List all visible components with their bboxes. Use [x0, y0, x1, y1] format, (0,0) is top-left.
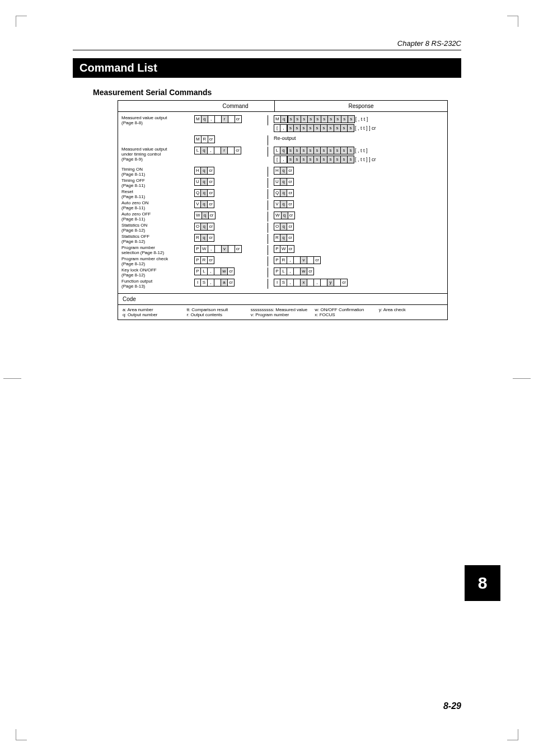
command-cell: Vqcr [193, 200, 268, 210]
table-row: Program number selection (Page 8-12)PW, … [118, 245, 447, 256]
row-label: Reset(Page 8-11) [121, 189, 193, 199]
col-header-command: Command [196, 101, 275, 111]
response-cell: Vqcr [268, 200, 444, 210]
row-label: Auto zero ON(Page 8-11) [121, 200, 193, 210]
code-section-header: Code [118, 294, 447, 305]
legend-a: a: Area number [123, 307, 186, 312]
crop-mark [507, 729, 518, 740]
response-cell: Qqcr [268, 189, 444, 199]
subsection-heading: Measurement Serial Commands [93, 88, 461, 97]
response-cell: Lq ssssssssss [ , t t ][, ssssssssss [ ,… [268, 147, 444, 167]
row-label: Program number selection (Page 8-12) [121, 245, 193, 255]
table-row: Measured value output(Page 8-8)Mq, r crM… [118, 115, 447, 135]
command-cell: Oqcr [193, 223, 268, 233]
response-cell: Re-output [268, 135, 444, 143]
row-label: Measured value output(Page 8-8) [121, 115, 193, 125]
row-label: Key lock ON/OFF(Page 8-12) [121, 267, 193, 278]
code-legend: a: Area number q: Output number tt: Comp… [118, 305, 447, 320]
table-row: Program number check(Page 8-12)PRcrPR, v… [118, 256, 447, 267]
legend-tt: tt: Comparison result [186, 307, 250, 312]
command-cell: MRcr [193, 135, 268, 145]
legend-r: r: Output contents [186, 312, 250, 317]
table-row: MRcrRe-output [118, 135, 447, 147]
table-row: Timing OFF(Page 8-11)UqcrUqcr [118, 178, 447, 189]
command-cell: PRcr [193, 256, 268, 266]
row-label: Timing ON(Page 8-11) [121, 167, 193, 177]
chapter-heading: Chapter 8 RS-232C [73, 39, 461, 50]
command-cell: Rqcr [193, 234, 268, 244]
response-cell: Rqcr [268, 234, 444, 244]
command-cell: Wqcr [193, 212, 268, 222]
section-title: Command List [73, 58, 461, 78]
chapter-tab: 8 [465, 565, 500, 601]
response-cell: Hqcr [268, 167, 444, 177]
legend-s: ssssssssss: Measured value [251, 307, 315, 312]
table-row: Key lock ON/OFF(Page 8-12)PL, wcrPL, wcr [118, 267, 447, 279]
table-row: Statistics ON(Page 8-12)OqcrOqcr [118, 223, 447, 234]
response-cell: Oqcr [268, 223, 444, 233]
command-cell: PL, wcr [193, 267, 268, 278]
response-cell: Uqcr [268, 178, 444, 188]
row-label: Timing OFF(Page 8-11) [121, 178, 193, 188]
row-label: Function output(Page 8-13) [121, 279, 193, 289]
table-row: Auto zero ON(Page 8-11)VqcrVqcr [118, 200, 447, 212]
command-cell: Qqcr [193, 189, 268, 199]
command-cell: Mq, r cr [193, 115, 268, 125]
legend-q: q: Output number [123, 312, 186, 317]
response-cell: Wqcr [268, 212, 444, 222]
col-header-response: Response [275, 101, 447, 111]
legend-y: y: Area check [379, 307, 443, 312]
row-label: Program number check(Page 8-12) [121, 256, 193, 266]
row-label: Statistics ON(Page 8-12) [121, 223, 193, 233]
row-label: Statistics OFF(Page 8-12) [121, 234, 193, 244]
crop-mark [513, 378, 531, 379]
command-cell: Hqcr [193, 167, 268, 177]
command-cell: PW, v cr [193, 245, 268, 255]
crop-mark [16, 729, 27, 740]
crop-mark [507, 16, 518, 27]
table-row: Measured value output under timing contr… [118, 147, 447, 167]
row-label: Measured value output under timing contr… [121, 147, 193, 162]
response-cell: Mq ssssssssss [ , t t ][, ssssssssss [ ,… [268, 115, 444, 135]
page-number: 8-29 [443, 701, 461, 711]
legend-v: v: Program number [251, 312, 315, 317]
command-cell: Lq, r cr [193, 147, 268, 157]
legend-w: w: ON/OFF Confirmation [315, 307, 378, 312]
table-row: Auto zero OFF(Page 8-11)WqcrWqcr [118, 212, 447, 223]
response-cell: PWcr [268, 245, 444, 255]
response-cell: PL, wcr [268, 267, 444, 278]
command-cell: IS, acr [193, 279, 268, 289]
crop-mark [3, 378, 21, 379]
row-label [121, 135, 193, 140]
table-row: Timing ON(Page 8-11)HqcrHqcr [118, 167, 447, 178]
crop-mark [16, 16, 27, 27]
table-row: Statistics OFF(Page 8-12)RqcrRqcr [118, 234, 447, 245]
row-label: Auto zero OFF(Page 8-11) [121, 212, 193, 222]
table-row: Function output(Page 8-13)IS, acrIS, x ,… [118, 279, 447, 290]
response-cell: IS, x , y cr [268, 279, 444, 289]
command-cell: Uqcr [193, 178, 268, 188]
command-table: Command Response Measured value output(P… [118, 100, 448, 320]
response-cell: PR, v cr [268, 256, 444, 266]
legend-x: x: FOCUS [315, 312, 378, 317]
table-row: Reset(Page 8-11)QqcrQqcr [118, 189, 447, 200]
